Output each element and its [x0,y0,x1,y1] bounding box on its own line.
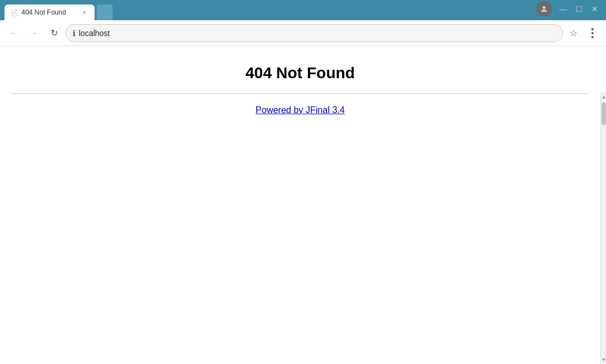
divider [11,93,589,94]
close-button[interactable]: ✕ [588,2,601,16]
close-icon: ✕ [591,5,598,14]
minimize-icon: — [559,5,567,14]
reload-button[interactable]: ↻ [45,24,63,42]
bookmark-icon: ☆ [569,28,577,38]
address-bar[interactable]: ℹ [65,24,563,42]
tab-close-button[interactable]: × [80,8,89,17]
minimize-button[interactable]: — [556,2,570,16]
back-icon: ← [9,28,18,38]
scroll-up-arrow[interactable]: ▲ [601,92,606,101]
menu-dot-1 [591,28,594,30]
reload-icon: ↻ [51,28,58,38]
profile-icon [540,5,549,14]
restore-button[interactable]: ☐ [572,2,586,16]
tab-bar: 📄 404 Not Found × [5,5,536,20]
scroll-thumb[interactable] [601,102,606,125]
url-input[interactable] [79,29,556,38]
page-content: 404 Not Found Powered by JFinal 3.4 ▲ ▼ [0,46,606,364]
error-heading: 404 Not Found [11,57,589,82]
window-controls: — ☐ ✕ [536,1,601,20]
tab-page-icon: 📄 [10,9,18,16]
forward-button[interactable]: → [25,24,43,42]
svg-point-0 [542,6,545,9]
forward-icon: → [29,28,38,38]
security-icon: ℹ [73,29,75,38]
restore-icon: ☐ [576,5,583,14]
browser-window: 📄 404 Not Found × — ☐ ✕ [0,0,606,364]
active-tab[interactable]: 📄 404 Not Found × [5,5,95,20]
menu-dots-icon [591,28,594,38]
bookmark-button[interactable]: ☆ [565,25,581,41]
title-bar: 📄 404 Not Found × — ☐ ✕ [0,0,606,20]
browser-menu-button[interactable] [583,24,601,42]
new-tab-button[interactable] [97,5,113,20]
back-button[interactable]: ← [5,24,23,42]
profile-button[interactable] [536,1,552,17]
menu-dot-2 [591,32,594,34]
navigation-bar: ← → ↻ ℹ ☆ [0,20,606,46]
tab-title: 404 Not Found [21,8,77,16]
powered-by-link[interactable]: Powered by JFinal 3.4 [11,105,589,115]
scroll-down-arrow[interactable]: ▼ [601,355,606,364]
page-inner: 404 Not Found Powered by JFinal 3.4 [0,46,600,115]
menu-dot-3 [591,36,594,38]
scrollbar[interactable]: ▲ ▼ [600,92,606,364]
